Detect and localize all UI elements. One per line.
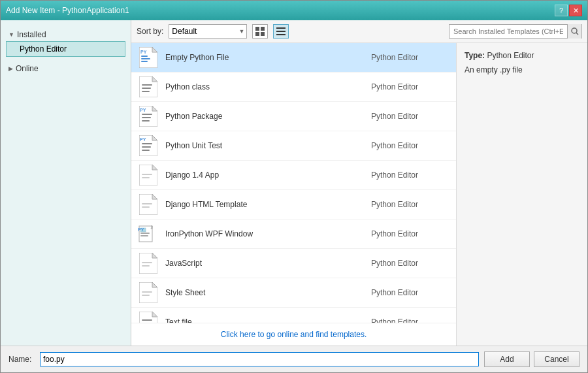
items-list: PY Empty Python FilePython Editor Python… bbox=[131, 43, 456, 323]
svg-rect-23 bbox=[142, 114, 152, 115]
list-view-button[interactable] bbox=[273, 24, 289, 39]
detail-type: Type: Python Editor bbox=[465, 51, 580, 60]
add-new-item-dialog: Add New Item - PythonApplication1 ? ✕ ▼ … bbox=[0, 0, 588, 373]
items-and-link: PY Empty Python FilePython Editor Python… bbox=[131, 43, 457, 346]
svg-marker-34 bbox=[152, 165, 157, 170]
installed-header[interactable]: ▼ Installed bbox=[6, 28, 125, 41]
list-item[interactable]: Python classPython Editor bbox=[131, 73, 456, 102]
add-button[interactable]: Add bbox=[484, 351, 530, 367]
dialog-body: ▼ Installed Python Editor ▶ Online Sort … bbox=[1, 20, 587, 346]
online-templates-link[interactable]: Click here to go online and find templat… bbox=[221, 330, 367, 339]
item-icon-5 bbox=[138, 194, 159, 215]
svg-text:PY: PY bbox=[138, 227, 144, 232]
svg-rect-13 bbox=[141, 61, 148, 62]
list-item[interactable]: JavaScriptPython Editor bbox=[131, 249, 456, 278]
grid-icon bbox=[255, 27, 265, 36]
svg-rect-39 bbox=[142, 203, 152, 204]
python-editor-label: Python Editor bbox=[20, 44, 67, 54]
svg-marker-52 bbox=[152, 282, 157, 287]
svg-rect-24 bbox=[142, 117, 151, 118]
item-source: Python Editor bbox=[371, 259, 449, 268]
online-arrow: ▶ bbox=[8, 65, 13, 72]
item-icon-1 bbox=[138, 76, 159, 97]
svg-rect-4 bbox=[276, 27, 286, 29]
sort-dropdown[interactable]: DefaultNameType bbox=[169, 24, 247, 39]
sidebar-item-python-editor[interactable]: Python Editor bbox=[6, 41, 125, 57]
type-value: Python Editor bbox=[487, 51, 534, 60]
item-icon-4 bbox=[138, 165, 159, 186]
item-icon-2: PY bbox=[138, 106, 159, 127]
svg-rect-30 bbox=[142, 146, 151, 148]
search-input[interactable] bbox=[449, 25, 567, 38]
svg-text:PY: PY bbox=[140, 50, 147, 54]
list-item[interactable]: PY Empty Python FilePython Editor bbox=[131, 43, 456, 73]
installed-section: ▼ Installed Python Editor bbox=[1, 25, 131, 59]
item-source: Python Editor bbox=[371, 317, 449, 323]
item-source: Python Editor bbox=[371, 288, 449, 297]
sort-label: Sort by: bbox=[137, 27, 163, 36]
item-source: Python Editor bbox=[371, 82, 449, 91]
search-button[interactable] bbox=[567, 24, 581, 39]
svg-rect-50 bbox=[142, 265, 150, 267]
item-icon-0: PY bbox=[138, 47, 159, 68]
svg-text:PY: PY bbox=[140, 137, 146, 142]
svg-rect-18 bbox=[142, 84, 152, 86]
title-bar: Add New Item - PythonApplication1 ? ✕ bbox=[1, 1, 587, 20]
svg-rect-29 bbox=[142, 143, 152, 144]
list-item[interactable]: Style SheetPython Editor bbox=[131, 278, 456, 308]
svg-rect-40 bbox=[142, 206, 150, 208]
item-name: Python Package bbox=[165, 112, 371, 121]
help-button[interactable]: ? bbox=[555, 5, 568, 16]
item-source: Python Editor bbox=[371, 200, 449, 209]
detail-description: An empty .py file bbox=[465, 65, 580, 74]
item-name: Text file bbox=[165, 317, 371, 323]
item-source: Python Editor bbox=[371, 229, 449, 238]
item-name: Style Sheet bbox=[165, 288, 371, 297]
list-item[interactable]: Django 1.4 AppPython Editor bbox=[131, 161, 456, 190]
item-source: Python Editor bbox=[371, 112, 449, 121]
item-icon-8 bbox=[138, 282, 159, 303]
file-name-input[interactable] bbox=[40, 352, 479, 366]
svg-rect-45 bbox=[140, 235, 148, 236]
grid-view-button[interactable] bbox=[252, 24, 268, 39]
svg-rect-35 bbox=[142, 174, 152, 175]
svg-rect-11 bbox=[141, 56, 148, 57]
search-icon bbox=[571, 27, 579, 35]
content-area: PY Empty Python FilePython Editor Python… bbox=[131, 43, 587, 346]
svg-marker-48 bbox=[152, 253, 157, 258]
svg-rect-6 bbox=[276, 34, 286, 35]
list-item[interactable]: Text filePython Editor bbox=[131, 308, 456, 323]
svg-marker-10 bbox=[152, 47, 157, 52]
name-label: Name: bbox=[8, 355, 35, 364]
svg-line-8 bbox=[576, 33, 578, 35]
close-button[interactable]: ✕ bbox=[569, 5, 582, 16]
cancel-button[interactable]: Cancel bbox=[534, 351, 580, 367]
list-item[interactable]: Django HTML TemplatePython Editor bbox=[131, 190, 456, 219]
svg-text:PY: PY bbox=[140, 108, 146, 112]
toolbar: Sort by: DefaultNameType ▼ bbox=[131, 20, 587, 43]
svg-rect-5 bbox=[276, 31, 286, 32]
item-name: JavaScript bbox=[165, 259, 371, 268]
list-item[interactable]: PY Python PackagePython Editor bbox=[131, 102, 456, 131]
list-item[interactable]: PY Python Unit TestPython Editor bbox=[131, 131, 456, 161]
svg-marker-22 bbox=[152, 106, 157, 111]
installed-arrow: ▼ bbox=[8, 31, 14, 38]
item-source: Python Editor bbox=[371, 170, 449, 180]
svg-rect-25 bbox=[142, 120, 150, 122]
svg-rect-20 bbox=[142, 91, 150, 92]
svg-rect-12 bbox=[141, 58, 150, 59]
online-header[interactable]: ▶ Online bbox=[6, 62, 125, 75]
footer: Name: Add Cancel bbox=[1, 346, 587, 372]
online-section: ▶ Online bbox=[1, 59, 131, 78]
svg-rect-19 bbox=[142, 88, 151, 89]
svg-marker-38 bbox=[152, 194, 157, 199]
online-label: Online bbox=[16, 64, 39, 73]
item-name: Python Unit Test bbox=[165, 141, 371, 150]
sort-dropdown-wrapper: DefaultNameType ▼ bbox=[169, 24, 247, 39]
svg-marker-56 bbox=[152, 312, 157, 317]
svg-rect-54 bbox=[142, 295, 150, 296]
detail-panel: Type: Python Editor An empty .py file bbox=[457, 43, 587, 346]
list-item[interactable]: PY IronPython WPF WindowPython Editor bbox=[131, 219, 456, 249]
svg-rect-53 bbox=[142, 291, 152, 293]
item-name: Empty Python File bbox=[165, 53, 371, 62]
